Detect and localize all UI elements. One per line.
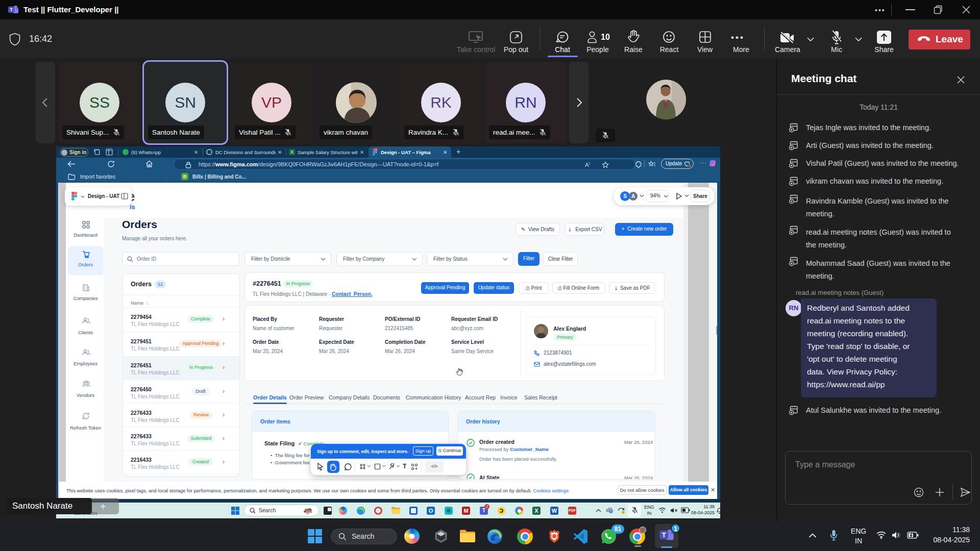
svg-text:T: T — [662, 531, 666, 539]
svg-text:T: T — [10, 7, 13, 12]
